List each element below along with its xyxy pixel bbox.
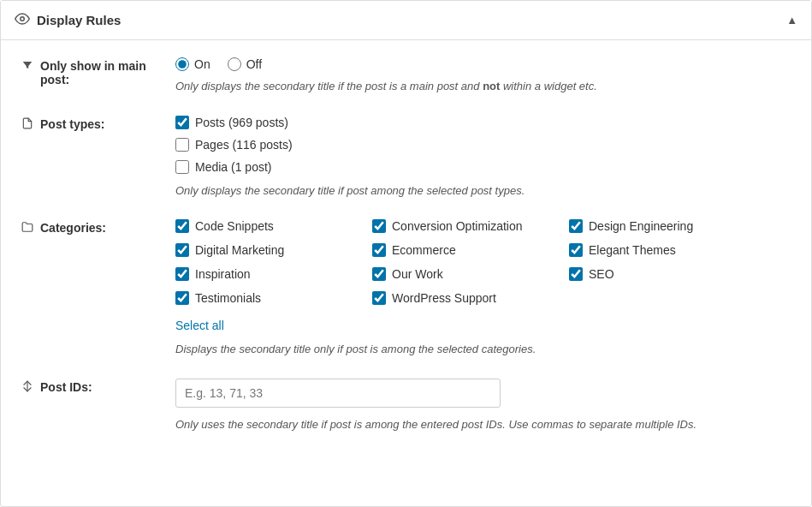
checkbox-our-work-label: Our Work [392,267,443,281]
panel-title-group: Display Rules [15,11,121,29]
radio-off-input[interactable] [228,57,241,71]
checkbox-seo[interactable]: SEO [569,267,766,281]
checkbox-design[interactable]: Design Engineering [569,219,766,233]
folder-icon [21,221,33,236]
post-ids-input[interactable] [175,379,501,408]
collapse-icon[interactable]: ▲ [786,14,797,27]
checkbox-wordpress-input[interactable] [372,291,386,305]
checkbox-posts-label: Posts (969 posts) [195,116,288,129]
checkbox-inspiration[interactable]: Inspiration [175,267,372,281]
checkbox-testimonials[interactable]: Testimonials [175,291,372,305]
select-all-link[interactable]: Select all [175,319,224,332]
radio-on-label: On [194,57,210,71]
post-ids-row: Post IDs: Only uses the secondary title … [21,379,791,433]
eye-icon [15,11,30,29]
radio-off[interactable]: Off [228,57,262,71]
checkbox-testimonials-label: Testimonials [195,291,261,305]
checkbox-wordpress[interactable]: WordPress Support [372,291,569,305]
checkbox-posts[interactable]: Posts (969 posts) [175,116,791,129]
checkbox-seo-input[interactable] [569,267,583,281]
sort-icon [21,380,33,395]
checkbox-pages[interactable]: Pages (116 posts) [175,138,791,152]
document-icon [21,117,33,132]
checkbox-elegant-input[interactable] [569,243,583,257]
post-ids-label: Post IDs: [21,379,175,395]
checkbox-inspiration-label: Inspiration [195,267,251,281]
checkbox-digital[interactable]: Digital Marketing [175,243,372,257]
post-types-hint: Only displays the secondary title if pos… [175,182,791,200]
checkbox-pages-label: Pages (116 posts) [195,138,293,152]
categories-content: Code Snippets Conversion Optimization De… [175,219,791,358]
checkbox-our-work[interactable]: Our Work [372,267,569,281]
categories-label: Categories: [21,219,175,236]
panel-body: Only show in main post: On Off Only disp… [1,40,811,470]
checkbox-elegant[interactable]: Elegant Themes [569,243,766,257]
panel-header: Display Rules ▲ [1,1,811,40]
main-post-content: On Off Only displays the secondary title… [175,57,791,95]
checkbox-testimonials-input[interactable] [175,291,189,305]
post-types-content: Posts (969 posts) Pages (116 posts) Medi… [175,116,791,200]
checkbox-media-label: Media (1 post) [195,160,271,174]
checkbox-conversion-label: Conversion Optimization [392,219,523,233]
checkbox-design-label: Design Engineering [589,219,693,233]
checkbox-ecommerce[interactable]: Ecommerce [372,243,569,257]
checkbox-pages-input[interactable] [175,138,189,152]
checkbox-ecommerce-input[interactable] [372,243,386,257]
checkbox-design-input[interactable] [569,219,583,233]
radio-on[interactable]: On [175,57,210,71]
checkbox-media-input[interactable] [175,160,189,174]
checkbox-elegant-label: Elegant Themes [589,243,676,257]
checkbox-our-work-input[interactable] [372,267,386,281]
categories-row: Categories: Code Snippets Conversion Opt… [21,219,791,358]
main-post-radio-group: On Off [175,57,791,71]
checkbox-posts-input[interactable] [175,116,189,129]
post-types-label: Post types: [21,116,175,132]
radio-on-input[interactable] [175,57,189,71]
filter-icon [21,59,33,74]
radio-off-label: Off [246,57,262,71]
checkbox-conversion-input[interactable] [372,219,386,233]
checkbox-digital-label: Digital Marketing [195,243,284,257]
checkbox-code-snippets[interactable]: Code Snippets [175,219,372,233]
main-post-row: Only show in main post: On Off Only disp… [21,57,791,95]
checkbox-media[interactable]: Media (1 post) [175,160,791,174]
post-ids-content: Only uses the secondary title if post is… [175,379,791,433]
post-ids-hint: Only uses the secondary title if post is… [175,416,791,433]
checkbox-conversion[interactable]: Conversion Optimization [372,219,569,233]
checkbox-digital-input[interactable] [175,243,189,257]
main-post-hint: Only displays the secondary title if the… [175,78,791,95]
display-rules-panel: Display Rules ▲ Only show in main post: … [0,0,812,507]
checkbox-ecommerce-label: Ecommerce [392,243,456,257]
checkbox-inspiration-input[interactable] [175,267,189,281]
main-post-label: Only show in main post: [21,57,175,86]
categories-grid: Code Snippets Conversion Optimization De… [175,219,791,315]
post-types-row: Post types: Posts (969 posts) Pages (116… [21,116,791,200]
checkbox-code-snippets-label: Code Snippets [195,219,274,233]
svg-point-0 [21,17,25,21]
checkbox-wordpress-label: WordPress Support [392,291,496,305]
panel-title: Display Rules [37,13,121,27]
checkbox-code-snippets-input[interactable] [175,219,189,233]
categories-hint: Displays the secondary title only if pos… [175,341,791,358]
checkbox-seo-label: SEO [589,267,614,281]
